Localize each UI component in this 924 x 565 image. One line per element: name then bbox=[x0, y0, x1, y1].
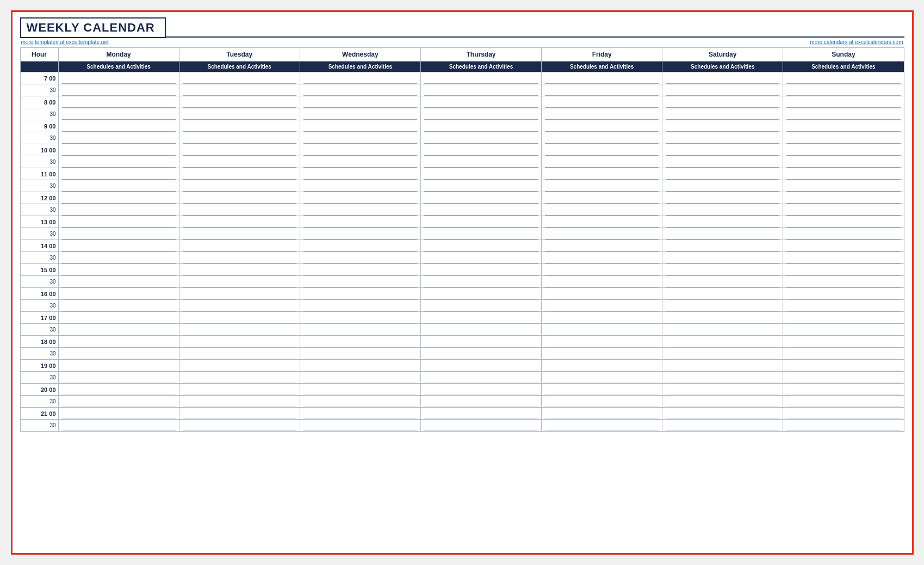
schedule-cell[interactable] bbox=[783, 228, 904, 240]
schedule-cell[interactable] bbox=[300, 348, 420, 360]
schedule-cell[interactable] bbox=[542, 240, 662, 252]
schedule-cell[interactable] bbox=[58, 384, 179, 396]
schedule-cell[interactable] bbox=[420, 72, 541, 84]
schedule-cell[interactable] bbox=[420, 312, 541, 324]
schedule-cell[interactable] bbox=[179, 348, 300, 360]
schedule-cell[interactable] bbox=[179, 216, 300, 228]
schedule-cell[interactable] bbox=[179, 276, 300, 288]
schedule-cell[interactable] bbox=[783, 132, 904, 144]
schedule-cell[interactable] bbox=[783, 408, 904, 420]
schedule-cell[interactable] bbox=[58, 216, 179, 228]
schedule-cell[interactable] bbox=[300, 96, 420, 108]
schedule-cell[interactable] bbox=[662, 384, 783, 396]
schedule-cell[interactable] bbox=[783, 264, 904, 276]
schedule-cell[interactable] bbox=[300, 72, 420, 84]
schedule-cell[interactable] bbox=[179, 408, 300, 420]
schedule-cell[interactable] bbox=[58, 264, 179, 276]
schedule-cell[interactable] bbox=[58, 132, 179, 144]
schedule-cell[interactable] bbox=[783, 216, 904, 228]
schedule-cell[interactable] bbox=[783, 348, 904, 360]
schedule-cell[interactable] bbox=[542, 336, 662, 348]
schedule-cell[interactable] bbox=[300, 108, 420, 120]
schedule-cell[interactable] bbox=[300, 420, 420, 432]
schedule-cell[interactable] bbox=[58, 96, 179, 108]
schedule-cell[interactable] bbox=[179, 240, 300, 252]
schedule-cell[interactable] bbox=[58, 396, 179, 408]
schedule-cell[interactable] bbox=[783, 156, 904, 168]
schedule-cell[interactable] bbox=[420, 108, 541, 120]
schedule-cell[interactable] bbox=[179, 288, 300, 300]
schedule-cell[interactable] bbox=[179, 252, 300, 264]
schedule-cell[interactable] bbox=[179, 96, 300, 108]
schedule-cell[interactable] bbox=[662, 216, 783, 228]
schedule-cell[interactable] bbox=[542, 228, 662, 240]
schedule-cell[interactable] bbox=[179, 180, 300, 192]
schedule-cell[interactable] bbox=[783, 204, 904, 216]
schedule-cell[interactable] bbox=[542, 396, 662, 408]
schedule-cell[interactable] bbox=[58, 408, 179, 420]
schedule-cell[interactable] bbox=[783, 312, 904, 324]
schedule-cell[interactable] bbox=[300, 132, 420, 144]
schedule-cell[interactable] bbox=[542, 348, 662, 360]
schedule-cell[interactable] bbox=[662, 300, 783, 312]
schedule-cell[interactable] bbox=[420, 240, 541, 252]
schedule-cell[interactable] bbox=[58, 288, 179, 300]
schedule-cell[interactable] bbox=[300, 180, 420, 192]
schedule-cell[interactable] bbox=[542, 144, 662, 156]
schedule-cell[interactable] bbox=[179, 384, 300, 396]
schedule-cell[interactable] bbox=[300, 156, 420, 168]
schedule-cell[interactable] bbox=[420, 372, 541, 384]
schedule-cell[interactable] bbox=[179, 396, 300, 408]
schedule-cell[interactable] bbox=[58, 420, 179, 432]
schedule-cell[interactable] bbox=[783, 420, 904, 432]
schedule-cell[interactable] bbox=[300, 252, 420, 264]
schedule-cell[interactable] bbox=[783, 288, 904, 300]
schedule-cell[interactable] bbox=[783, 108, 904, 120]
schedule-cell[interactable] bbox=[662, 108, 783, 120]
schedule-cell[interactable] bbox=[300, 240, 420, 252]
schedule-cell[interactable] bbox=[662, 144, 783, 156]
schedule-cell[interactable] bbox=[542, 108, 662, 120]
schedule-cell[interactable] bbox=[58, 120, 179, 132]
schedule-cell[interactable] bbox=[542, 192, 662, 204]
schedule-cell[interactable] bbox=[300, 324, 420, 336]
schedule-cell[interactable] bbox=[783, 144, 904, 156]
schedule-cell[interactable] bbox=[58, 336, 179, 348]
schedule-cell[interactable] bbox=[179, 300, 300, 312]
schedule-cell[interactable] bbox=[542, 324, 662, 336]
schedule-cell[interactable] bbox=[179, 228, 300, 240]
schedule-cell[interactable] bbox=[662, 228, 783, 240]
schedule-cell[interactable] bbox=[662, 240, 783, 252]
schedule-cell[interactable] bbox=[179, 204, 300, 216]
schedule-cell[interactable] bbox=[58, 240, 179, 252]
schedule-cell[interactable] bbox=[662, 396, 783, 408]
schedule-cell[interactable] bbox=[542, 180, 662, 192]
schedule-cell[interactable] bbox=[420, 156, 541, 168]
schedule-cell[interactable] bbox=[420, 216, 541, 228]
schedule-cell[interactable] bbox=[662, 96, 783, 108]
schedule-cell[interactable] bbox=[420, 120, 541, 132]
schedule-cell[interactable] bbox=[420, 408, 541, 420]
schedule-cell[interactable] bbox=[58, 324, 179, 336]
schedule-cell[interactable] bbox=[300, 396, 420, 408]
schedule-cell[interactable] bbox=[420, 396, 541, 408]
schedule-cell[interactable] bbox=[179, 192, 300, 204]
schedule-cell[interactable] bbox=[542, 420, 662, 432]
schedule-cell[interactable] bbox=[300, 228, 420, 240]
schedule-cell[interactable] bbox=[58, 252, 179, 264]
schedule-cell[interactable] bbox=[179, 72, 300, 84]
schedule-cell[interactable] bbox=[420, 420, 541, 432]
schedule-cell[interactable] bbox=[58, 84, 179, 96]
schedule-cell[interactable] bbox=[662, 72, 783, 84]
schedule-cell[interactable] bbox=[300, 336, 420, 348]
schedule-cell[interactable] bbox=[58, 180, 179, 192]
schedule-cell[interactable] bbox=[179, 144, 300, 156]
schedule-cell[interactable] bbox=[179, 120, 300, 132]
schedule-cell[interactable] bbox=[58, 168, 179, 180]
schedule-cell[interactable] bbox=[662, 420, 783, 432]
schedule-cell[interactable] bbox=[58, 108, 179, 120]
schedule-cell[interactable] bbox=[179, 420, 300, 432]
schedule-cell[interactable] bbox=[300, 276, 420, 288]
schedule-cell[interactable] bbox=[179, 168, 300, 180]
schedule-cell[interactable] bbox=[420, 324, 541, 336]
